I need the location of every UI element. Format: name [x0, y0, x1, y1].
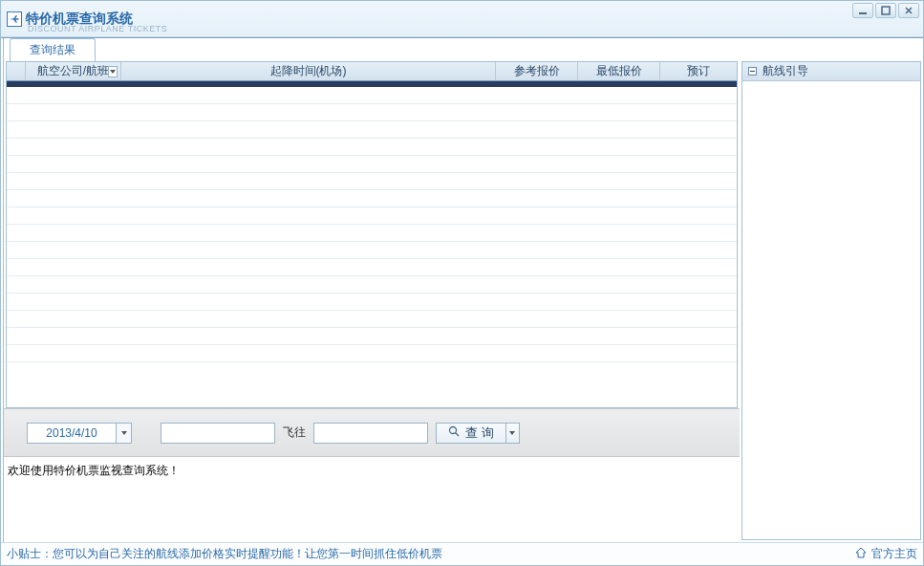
to-input[interactable]	[314, 424, 427, 443]
search-button-label: 查 询	[465, 424, 494, 442]
tab-results[interactable]: 查询结果	[10, 38, 96, 61]
grid-header: 航空公司/航班 起降时间(机场) 参考报价 最低报价 预订	[7, 62, 737, 81]
tab-row: 查询结果	[4, 38, 740, 61]
table-row	[7, 225, 737, 242]
route-guide-header[interactable]: 航线引导	[742, 62, 920, 81]
minimize-button[interactable]	[852, 3, 873, 18]
grid-header-ref-price[interactable]: 参考报价	[496, 62, 578, 80]
from-input[interactable]	[161, 424, 274, 443]
table-row	[7, 87, 737, 104]
main-pane: 查询结果 航空公司/航班 起降时间(机场) 参考报价 最低报价 预订	[3, 38, 740, 542]
to-input-wrap	[313, 423, 428, 444]
svg-rect-1	[882, 7, 890, 14]
table-row	[7, 139, 737, 156]
grid-header-book[interactable]: 预订	[660, 62, 737, 80]
svg-rect-0	[859, 12, 867, 14]
grid-body	[7, 87, 737, 407]
collapse-icon[interactable]	[748, 67, 757, 76]
from-input-wrap	[161, 423, 275, 444]
table-row	[7, 121, 737, 139]
date-dropdown-button[interactable]	[116, 424, 131, 443]
search-icon	[448, 425, 460, 440]
route-guide-title: 航线引导	[763, 63, 808, 79]
titlebar: 特价机票查询系统 DISCOUNT AIRPLANE TICKETS	[1, 1, 923, 37]
table-row	[7, 207, 737, 225]
search-dropdown-button[interactable]	[505, 424, 519, 443]
table-row	[7, 328, 737, 345]
table-row	[7, 190, 737, 207]
table-row	[7, 276, 737, 294]
route-guide-body	[742, 81, 920, 539]
close-button[interactable]	[898, 3, 919, 18]
search-button[interactable]: 查 询	[436, 423, 520, 444]
airplane-icon	[7, 11, 22, 27]
table-row	[7, 311, 737, 328]
official-homepage-label: 官方主页	[871, 546, 917, 562]
footer: 小贴士： 您可以为自己关注的航线添加价格实时提醒功能！让您第一时间抓住低价机票 …	[1, 542, 923, 565]
table-row	[7, 156, 737, 173]
table-row	[7, 242, 737, 259]
content-area: 查询结果 航空公司/航班 起降时间(机场) 参考报价 最低报价 预订	[1, 37, 923, 542]
grid-header-time[interactable]: 起降时间(机场)	[121, 62, 496, 80]
app-subtitle: DISCOUNT AIRPLANE TICKETS	[28, 24, 167, 33]
welcome-text: 欢迎使用特价机票监视查询系统！	[8, 464, 180, 477]
to-label: 飞往	[283, 424, 306, 441]
tips-text: 您可以为自己关注的航线添加价格实时提醒功能！让您第一时间抓住低价机票	[53, 546, 442, 562]
table-row	[7, 104, 737, 121]
home-icon	[854, 546, 868, 562]
grid-header-selector[interactable]	[7, 62, 26, 80]
results-grid: 航空公司/航班 起降时间(机场) 参考报价 最低报价 预订	[6, 61, 738, 408]
chevron-down-icon[interactable]	[108, 66, 118, 77]
status-area: 欢迎使用特价机票监视查询系统！	[4, 456, 740, 542]
maximize-button[interactable]	[875, 3, 896, 18]
tips-label: 小贴士：	[7, 546, 53, 562]
table-row	[7, 173, 737, 190]
app-window: 特价机票查询系统 DISCOUNT AIRPLANE TICKETS 查询结果	[0, 0, 924, 566]
search-controls: 2013/4/10 飞往 查 询	[4, 408, 740, 456]
grid-header-airline[interactable]: 航空公司/航班	[26, 62, 121, 80]
svg-line-3	[456, 433, 460, 437]
date-value: 2013/4/10	[28, 426, 116, 440]
official-homepage-link[interactable]: 官方主页	[854, 546, 917, 562]
table-row	[7, 345, 737, 362]
date-picker[interactable]: 2013/4/10	[27, 423, 132, 444]
table-row	[7, 259, 737, 276]
window-controls	[852, 3, 919, 18]
grid-header-low-price[interactable]: 最低报价	[578, 62, 660, 80]
table-row	[7, 294, 737, 311]
route-guide-panel: 航线引导	[741, 61, 921, 540]
svg-point-2	[450, 427, 457, 434]
